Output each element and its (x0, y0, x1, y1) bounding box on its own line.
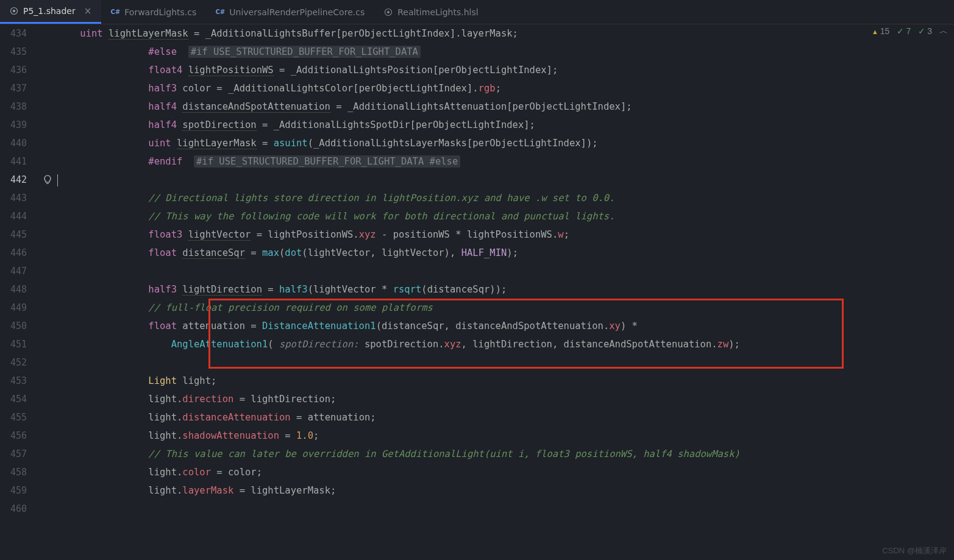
shader-file-icon (384, 8, 393, 16)
line-number: 436 (0, 61, 27, 79)
tab-urp-core[interactable]: C# UniversalRenderPipelineCore.cs (206, 0, 374, 24)
code-line (57, 262, 954, 280)
warnings-badge[interactable]: 15 (872, 26, 889, 36)
line-number: 440 (0, 134, 27, 152)
gutter-extras (38, 24, 57, 560)
code-line: Light light; (57, 372, 954, 390)
csharp-file-icon: C# (111, 8, 119, 16)
code-line: float attenuation = DistanceAttenuation1… (57, 317, 954, 335)
line-number: 445 (0, 225, 27, 244)
line-number: 457 (0, 445, 27, 463)
code-line: float distanceSqr = max(dot(lightVector,… (57, 244, 954, 262)
code-line: // full-float precision required on some… (57, 299, 954, 317)
code-line: float4 lightPositionWS = _AdditionalLigh… (57, 61, 954, 79)
watermark: CSDN @楠溪泽岸 (882, 545, 947, 556)
code-line: AngleAttenuation1( spotDirection: spotDi… (57, 335, 954, 353)
tab-p5-shader[interactable]: P5_1.shader × (0, 0, 101, 24)
line-number: 458 (0, 463, 27, 481)
code-line: light.layerMask = lightLayerMask; (57, 481, 954, 500)
tab-forwardlights[interactable]: C# ForwardLights.cs (101, 0, 206, 24)
line-number: 438 (0, 97, 27, 116)
svg-point-3 (387, 11, 390, 13)
code-line: light.direction = lightDirection; (57, 390, 954, 408)
code-area[interactable]: uint lightLayerMask = _AdditionalLightsB… (57, 24, 954, 560)
line-number: 446 (0, 244, 27, 262)
line-number: 449 (0, 299, 27, 317)
svg-point-1 (13, 10, 15, 12)
code-line: light.distanceAttenuation = attenuation; (57, 408, 954, 427)
line-number: 444 (0, 207, 27, 225)
line-number: 451 (0, 335, 27, 353)
tab-label: P5_1.shader (23, 6, 76, 16)
line-number: 453 (0, 372, 27, 390)
line-number: 447 (0, 262, 27, 280)
close-icon[interactable]: × (84, 5, 92, 16)
inspection-status[interactable]: 15 7 3 ︿ (872, 26, 948, 37)
code-line: #else #if USE_STRUCTURED_BUFFER_FOR_LIGH… (57, 43, 954, 61)
line-number: 441 (0, 152, 27, 171)
code-line: uint lightLayerMask = _AdditionalLightsB… (57, 24, 954, 43)
line-number: 455 (0, 408, 27, 427)
line-number: 460 (0, 500, 27, 518)
checks-badge[interactable]: 7 (897, 26, 911, 36)
code-line: light.color = color; (57, 463, 954, 481)
shader-file-icon (10, 7, 18, 15)
line-number: 435 (0, 43, 27, 61)
tab-bar: P5_1.shader × C# ForwardLights.cs C# Uni… (0, 0, 954, 24)
line-number: 434 (0, 24, 27, 43)
code-line (57, 171, 954, 189)
double-checks-badge[interactable]: 3 (918, 26, 932, 36)
lightbulb-icon[interactable] (38, 171, 57, 189)
code-line: float3 lightVector = lightPositionWS.xyz… (57, 225, 954, 244)
line-number: 454 (0, 390, 27, 408)
line-number: 456 (0, 427, 27, 445)
chevron-up-icon[interactable]: ︿ (939, 26, 948, 37)
code-line: half4 distanceAndSpotAttenuation = _Addi… (57, 97, 954, 116)
code-line: half3 lightDirection = half3(lightVector… (57, 280, 954, 299)
line-number: 437 (0, 79, 27, 97)
code-line: uint lightLayerMask = asuint(_Additional… (57, 134, 954, 152)
line-number: 459 (0, 481, 27, 500)
editor[interactable]: 434 435 436 437 438 439 440 441 442 443 … (0, 24, 954, 560)
code-line (57, 500, 954, 518)
line-number: 448 (0, 280, 27, 299)
tab-label: UniversalRenderPipelineCore.cs (229, 7, 365, 17)
line-number: 443 (0, 189, 27, 207)
tab-realtimelights[interactable]: RealtimeLights.hlsl (374, 0, 488, 24)
code-line: #endif #if USE_STRUCTURED_BUFFER_FOR_LIG… (57, 152, 954, 171)
code-line: // This way the following code will work… (57, 207, 954, 225)
line-number-gutter: 434 435 436 437 438 439 440 441 442 443 … (0, 24, 38, 560)
line-number: 439 (0, 116, 27, 134)
line-number: 452 (0, 353, 27, 372)
code-line: half3 color = _AdditionalLightsColor[per… (57, 79, 954, 97)
line-number: 450 (0, 317, 27, 335)
code-line: light.shadowAttenuation = 1.0; (57, 427, 954, 445)
tab-label: ForwardLights.cs (124, 7, 196, 17)
tab-label: RealtimeLights.hlsl (397, 7, 478, 17)
csharp-file-icon: C# (216, 8, 224, 16)
code-line (57, 353, 954, 372)
code-line: // This value can later be overridden in… (57, 445, 954, 463)
line-number: 442 (0, 171, 27, 189)
cursor-icon (57, 174, 58, 186)
code-line: // Directional lights store direction in… (57, 189, 954, 207)
code-line: half4 spotDirection = _AdditionalLightsS… (57, 116, 954, 134)
